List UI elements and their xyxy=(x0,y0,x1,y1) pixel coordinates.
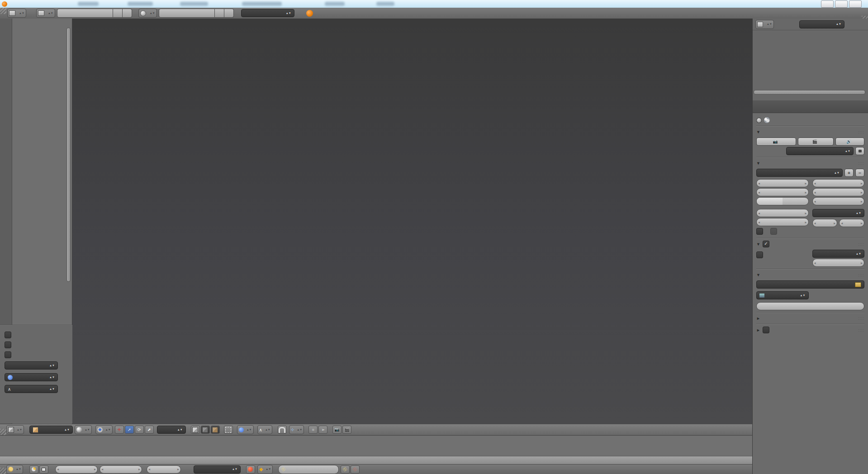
current-frame-field[interactable] xyxy=(147,465,181,474)
timeline-editor-selector[interactable]: ▲▼ xyxy=(6,465,23,474)
mode-dropdown[interactable]: ▲▼ xyxy=(29,426,73,434)
resolution-x-field[interactable] xyxy=(756,179,809,187)
tool-shelf-scrollbar[interactable] xyxy=(66,28,71,282)
proportional-edit-dropdown[interactable]: ▲▼ xyxy=(237,425,254,434)
output-path-field[interactable] xyxy=(756,280,864,289)
screen-layout-icon-button[interactable]: ▲▼ xyxy=(36,9,55,18)
add-preset-button[interactable]: + xyxy=(844,169,854,177)
minimize-button[interactable] xyxy=(821,0,834,8)
remap-new-field[interactable] xyxy=(839,219,864,227)
region-resize-corner[interactable] xyxy=(0,429,6,435)
frame-rate-dropdown[interactable]: ▲▼ xyxy=(812,209,865,217)
resolution-y-field[interactable] xyxy=(756,188,809,196)
delete-scene-button[interactable] xyxy=(224,9,234,18)
render-panel-header[interactable]: ▼:::: xyxy=(756,128,864,136)
falloff-dropdown[interactable]: ∧▲▼ xyxy=(5,385,58,393)
keying-set-type-dropdown[interactable]: ◆▲▼ xyxy=(257,465,273,474)
translate-manipulator-button[interactable]: ➚ xyxy=(125,426,134,434)
frame-end-field[interactable] xyxy=(100,465,142,474)
opengl-render-image-button[interactable]: 📷 xyxy=(332,426,342,434)
auto-keyframe-button[interactable] xyxy=(246,465,255,474)
freestyle-checkbox[interactable] xyxy=(763,327,769,333)
active-keying-set-field[interactable]: ⚿ xyxy=(278,465,339,474)
delete-keyframe-button[interactable]: ⚿ xyxy=(351,465,360,474)
maximize-button[interactable] xyxy=(835,0,848,8)
viewport-3d[interactable] xyxy=(0,19,752,424)
display-lock-button[interactable] xyxy=(855,147,864,155)
manipulator-axis-icon[interactable]: ✛ xyxy=(115,426,124,434)
proportional-editing-dropdown[interactable]: ▲▼ xyxy=(5,373,58,381)
constraint-x-checkbox[interactable] xyxy=(5,332,11,338)
pin-icon[interactable] xyxy=(755,117,762,123)
aspect-y-field[interactable] xyxy=(756,218,809,226)
transform-orientation-dropdown[interactable]: ▲▼ xyxy=(157,426,186,434)
rotate-manipulator-button[interactable]: ⟳ xyxy=(135,426,144,434)
add-scene-button[interactable] xyxy=(215,9,224,18)
edge-select-button[interactable] xyxy=(201,426,210,434)
start-frame-field[interactable] xyxy=(812,179,865,187)
snap-element-dropdown[interactable]: ⊹▲▼ xyxy=(289,425,304,434)
viewport-editor-selector[interactable]: ▲▼ xyxy=(6,425,24,434)
remove-preset-button[interactable]: − xyxy=(855,169,864,177)
compression-slider[interactable] xyxy=(756,302,864,310)
close-button[interactable] xyxy=(849,0,862,8)
antialiasing-panel-header[interactable]: ▼✓:::: xyxy=(756,240,864,248)
frame-step-field[interactable] xyxy=(812,197,865,205)
render-button[interactable]: 📷 xyxy=(756,137,796,146)
dimensions-panel-header[interactable]: ▼:::: xyxy=(756,159,864,167)
render-presets-dropdown[interactable]: ▲▼ xyxy=(756,169,843,177)
file-format-dropdown[interactable]: ▲▼ xyxy=(756,291,809,299)
opengl-render-animation-button[interactable]: 🎬 xyxy=(342,426,351,434)
snap-target-button[interactable]: ⌗ xyxy=(308,426,318,434)
constraint-y-checkbox[interactable] xyxy=(5,341,11,348)
render-animation-button[interactable]: 🎬 xyxy=(798,137,833,146)
resolution-percentage-slider[interactable] xyxy=(756,197,809,205)
region-resize-corner[interactable] xyxy=(0,468,6,474)
remap-old-field[interactable] xyxy=(812,219,838,227)
face-select-icon xyxy=(212,427,218,433)
freestyle-panel-header[interactable]: ►:::: xyxy=(756,326,864,334)
screen-layout-field[interactable] xyxy=(57,9,113,18)
add-layout-button[interactable] xyxy=(113,9,123,18)
editor-type-selector[interactable]: ▲▼ xyxy=(7,9,26,18)
timeline-frame-ruler[interactable] xyxy=(0,456,752,465)
aa-size-field[interactable] xyxy=(812,259,865,267)
constraint-z-checkbox[interactable] xyxy=(5,351,11,358)
timeline-editor[interactable]: ▲▼ ▲▼ ◆▲▼ ⚿ ⚿ ⚿ xyxy=(0,436,752,474)
aa-filter-dropdown[interactable]: ▲▼ xyxy=(812,250,865,258)
end-frame-field[interactable] xyxy=(812,188,865,196)
frame-start-field[interactable] xyxy=(55,465,98,474)
timeline-track-area[interactable] xyxy=(0,436,752,456)
snap-peel-button[interactable]: ➢ xyxy=(318,426,327,434)
scene-field[interactable] xyxy=(159,9,215,18)
snap-toggle-button[interactable] xyxy=(278,426,287,434)
full-sample-checkbox[interactable] xyxy=(756,251,763,258)
antialiasing-checkbox[interactable]: ✓ xyxy=(763,241,769,247)
pivot-point-dropdown[interactable]: ▲▼ xyxy=(95,425,113,434)
lock-time-cursor-button[interactable] xyxy=(39,465,48,474)
falloff-type-dropdown[interactable]: ∧▲▼ xyxy=(257,425,272,434)
outliner-editor-selector[interactable]: ▲▼ xyxy=(755,20,774,29)
vertex-select-button[interactable] xyxy=(191,426,200,434)
insert-keyframe-button[interactable]: ⚿ xyxy=(341,465,350,474)
use-preview-range-button[interactable] xyxy=(29,465,38,474)
display-mode-dropdown[interactable]: ▲▼ xyxy=(786,147,854,155)
border-checkbox[interactable] xyxy=(756,228,763,235)
render-engine-selector[interactable]: ▲▼ xyxy=(241,9,294,17)
viewport-shading-dropdown[interactable]: ▲▼ xyxy=(75,425,92,434)
render-audio-button[interactable]: 🔊 xyxy=(835,137,865,146)
sync-mode-dropdown[interactable]: ▲▼ xyxy=(194,465,241,474)
bake-panel-header[interactable]: ►:::: xyxy=(756,314,864,322)
scale-manipulator-button[interactable]: ⬈ xyxy=(145,426,154,434)
outliner-scrollbar[interactable] xyxy=(754,90,865,95)
outliner-scope-dropdown[interactable]: ▲▼ xyxy=(799,20,844,28)
limit-selection-visible-button[interactable] xyxy=(224,426,233,434)
output-panel-header[interactable]: ▼:::: xyxy=(756,271,864,279)
scene-icon-button[interactable]: ▲▼ xyxy=(138,9,157,18)
aspect-x-field[interactable] xyxy=(756,209,809,217)
region-resize-corner[interactable] xyxy=(0,8,6,14)
crop-checkbox[interactable] xyxy=(770,228,777,235)
face-select-button[interactable] xyxy=(211,426,220,434)
delete-layout-button[interactable] xyxy=(123,9,132,18)
orientation-dropdown[interactable]: ▲▼ xyxy=(5,361,58,370)
